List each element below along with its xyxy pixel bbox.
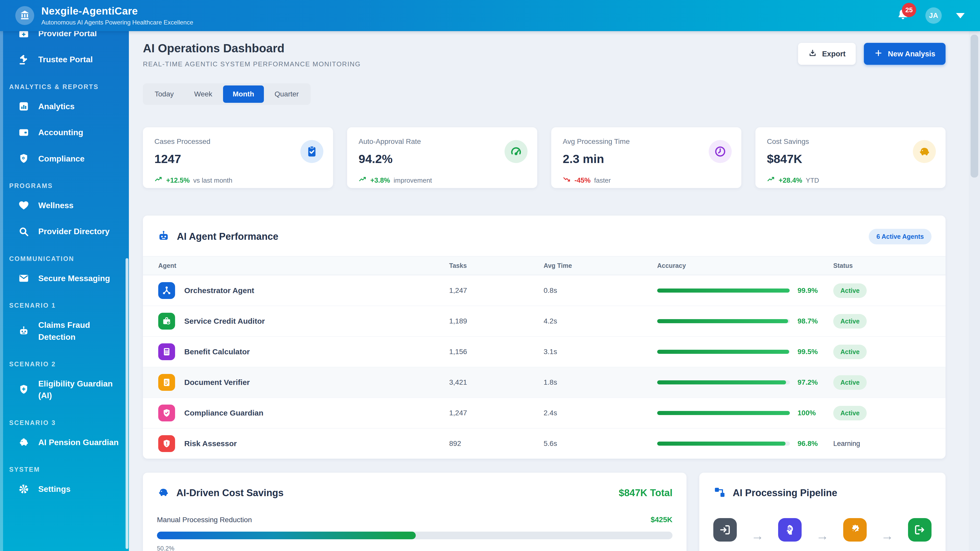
shield-plus-icon bbox=[18, 384, 30, 395]
gear-icon bbox=[18, 483, 30, 495]
flow-icon bbox=[713, 486, 726, 500]
time-range-tabs: Today Week Month Quarter bbox=[143, 83, 310, 105]
avg-time-value: 5.6s bbox=[544, 440, 657, 448]
sidebar-item-label: Provider Directory bbox=[38, 225, 110, 237]
sidebar-item-compliance[interactable]: Compliance bbox=[0, 149, 121, 168]
stat-trend: +28.4% bbox=[779, 176, 802, 184]
sidebar-scrollbar[interactable] bbox=[126, 258, 128, 549]
search-icon bbox=[18, 226, 30, 238]
stat-label: Cases Processed bbox=[154, 138, 321, 146]
gauge-icon bbox=[504, 140, 528, 163]
table-row: Service Credit Auditor 1,189 4.2s 98.7% … bbox=[143, 306, 945, 336]
stat-label: Auto-Approval Rate bbox=[359, 138, 526, 146]
avatar[interactable]: JA bbox=[925, 7, 942, 24]
sidebar-item-label: Provider Portal bbox=[38, 31, 97, 39]
tasks-value: 3,421 bbox=[449, 378, 544, 386]
stat-note: faster bbox=[594, 176, 611, 184]
main-content: AI Operations Dashboard REAL-TIME AGENTI… bbox=[129, 31, 970, 551]
clock-icon bbox=[709, 140, 732, 163]
bank-icon bbox=[19, 10, 30, 22]
briefcase-medical-icon bbox=[18, 31, 30, 39]
sidebar-item-accounting[interactable]: Accounting bbox=[0, 123, 121, 142]
sidebar: Provider Portal Trustee Portal ANALYTICS… bbox=[0, 31, 129, 551]
trending-down-icon bbox=[563, 176, 571, 186]
notifications-button[interactable]: 25 bbox=[895, 7, 911, 24]
sidebar-section-system: SYSTEM bbox=[9, 466, 121, 473]
sidebar-item-label: AI Pension Guardian bbox=[38, 437, 119, 448]
avg-time-value: 4.2s bbox=[544, 317, 657, 325]
tab-month[interactable]: Month bbox=[223, 86, 264, 103]
brand-logo bbox=[15, 6, 34, 25]
sidebar-item-ai-pension-guardian[interactable]: AI Pension Guardian bbox=[0, 433, 121, 452]
sidebar-item-claims-fraud-detection[interactable]: Claims Fraud Detection bbox=[0, 316, 121, 346]
arrow-right-icon: → bbox=[816, 528, 829, 543]
brand-title: Nexgile-AgentiCare bbox=[41, 5, 193, 17]
app-header: Nexgile-AgentiCare Autonomous AI Agents … bbox=[0, 0, 980, 31]
new-analysis-button[interactable]: New Analysis bbox=[864, 43, 945, 65]
tab-today[interactable]: Today bbox=[145, 86, 183, 103]
avg-time-value: 2.4s bbox=[544, 409, 657, 417]
accuracy-value: 100% bbox=[797, 409, 816, 417]
accuracy-bar bbox=[657, 380, 790, 384]
avg-time-value: 1.8s bbox=[544, 378, 657, 386]
sidebar-section-scenario-3: SCENARIO 3 bbox=[9, 419, 121, 427]
sidebar-item-provider-portal[interactable]: Provider Portal bbox=[0, 31, 121, 43]
robot-icon bbox=[18, 325, 30, 337]
table-header: Agent Tasks Avg Time Accuracy Status bbox=[143, 256, 945, 275]
page-scrollbar-thumb[interactable] bbox=[970, 35, 978, 178]
section-title: AI-Driven Cost Savings bbox=[177, 487, 283, 499]
status-badge: Active bbox=[833, 283, 867, 298]
page-subtitle: REAL-TIME AGENTIC SYSTEM PERFORMANCE MON… bbox=[143, 60, 361, 68]
accuracy-bar bbox=[657, 289, 790, 292]
bar-chart-icon bbox=[18, 100, 30, 112]
savings-progress-bar bbox=[157, 532, 673, 539]
savings-progress-label: 50.2% bbox=[157, 545, 673, 551]
col-agent: Agent bbox=[158, 262, 449, 269]
stat-card-cost-savings: Cost Savings $847K +28.4% YTD bbox=[756, 127, 945, 188]
agent-name: Risk Assessor bbox=[184, 439, 237, 448]
sidebar-item-secure-messaging[interactable]: Secure Messaging bbox=[0, 269, 121, 288]
pipeline-panel: AI Processing Pipeline → → → bbox=[699, 473, 945, 551]
sidebar-item-trustee-portal[interactable]: Trustee Portal bbox=[0, 50, 121, 69]
accuracy-value: 97.2% bbox=[797, 378, 818, 386]
col-avg-time: Avg Time bbox=[544, 262, 657, 269]
accuracy-value: 99.5% bbox=[797, 348, 818, 356]
total-savings-value: $847K Total bbox=[619, 487, 673, 499]
tab-quarter[interactable]: Quarter bbox=[265, 86, 309, 103]
stat-card-auto-approval-rate: Auto-Approval Rate 94.2% +3.8% improveme… bbox=[347, 127, 537, 188]
trending-up-icon bbox=[767, 176, 775, 186]
download-icon bbox=[808, 49, 817, 59]
stat-card-avg-processing-time: Avg Processing Time 2.3 min -45% faster bbox=[551, 127, 741, 188]
agent-name: Document Verifier bbox=[184, 378, 250, 387]
status-badge: Active bbox=[833, 345, 867, 359]
sidebar-item-label: Secure Messaging bbox=[38, 272, 110, 284]
sidebar-item-label: Claims Fraud Detection bbox=[38, 319, 121, 343]
sidebar-section-communication: COMMUNICATION bbox=[9, 255, 121, 262]
sidebar-item-label: Settings bbox=[38, 483, 70, 495]
sidebar-item-provider-directory[interactable]: Provider Directory bbox=[0, 222, 121, 241]
tab-week[interactable]: Week bbox=[185, 86, 222, 103]
tasks-value: 1,189 bbox=[449, 317, 544, 325]
stat-trend: +12.5% bbox=[166, 176, 189, 184]
stat-value: 1247 bbox=[154, 152, 321, 166]
col-tasks: Tasks bbox=[449, 262, 544, 269]
sidebar-item-settings[interactable]: Settings bbox=[0, 480, 121, 499]
col-accuracy: Accuracy bbox=[657, 262, 833, 269]
sidebar-item-analytics[interactable]: Analytics bbox=[0, 97, 121, 116]
badge-check-icon bbox=[843, 518, 867, 541]
chevron-down-icon[interactable] bbox=[956, 13, 965, 18]
stat-value: 2.3 min bbox=[563, 152, 730, 166]
stat-value: $847K bbox=[767, 152, 934, 166]
sidebar-item-wellness[interactable]: Wellness bbox=[0, 196, 121, 215]
export-button[interactable]: Export bbox=[798, 43, 856, 65]
page-title: AI Operations Dashboard bbox=[143, 41, 361, 55]
accuracy-bar bbox=[657, 441, 790, 446]
page-scrollbar[interactable] bbox=[969, 31, 980, 551]
stat-label: Cost Savings bbox=[767, 138, 934, 146]
accuracy-bar bbox=[657, 411, 790, 415]
sidebar-item-label: Trustee Portal bbox=[38, 54, 93, 65]
brand-tagline: Autonomous AI Agents Powering Healthcare… bbox=[41, 19, 193, 26]
sidebar-item-eligibility-guardian[interactable]: Eligibility Guardian (AI) bbox=[0, 374, 121, 405]
stat-value: 94.2% bbox=[359, 152, 526, 166]
mail-icon bbox=[18, 272, 30, 284]
